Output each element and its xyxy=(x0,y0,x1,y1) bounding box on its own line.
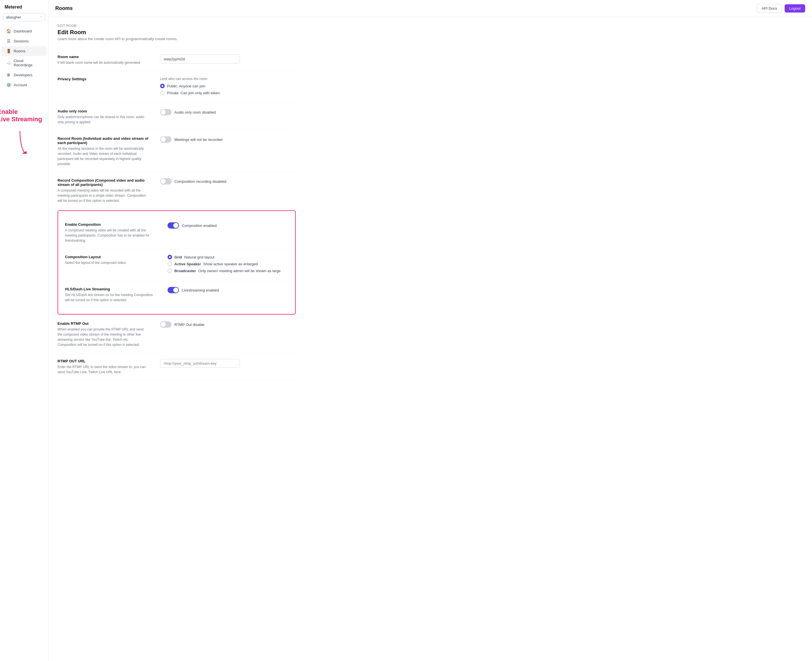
rooms-icon: 🚪 xyxy=(6,49,11,53)
sidebar-item-label: Cloud Recordings xyxy=(14,59,42,67)
record-composition-hint: A composed meeting video will be recorde… xyxy=(58,188,149,203)
edit-room-title: Edit Room xyxy=(58,29,296,35)
enable-composition-toggle-knob xyxy=(173,223,178,228)
cloud-recordings-icon: ☁️ xyxy=(6,61,11,65)
enable-composition-label-col: Enable Composition A composed meeting vi… xyxy=(65,222,156,243)
record-room-label: Record Room (Individual audio and video … xyxy=(58,136,149,145)
record-composition-toggle[interactable] xyxy=(160,178,171,184)
record-room-toggle[interactable] xyxy=(160,136,171,143)
brand-logo: Metered xyxy=(0,0,48,13)
room-name-control xyxy=(160,55,296,64)
callout-arrow xyxy=(14,131,31,155)
rtmp-out-toggle[interactable] xyxy=(160,321,171,328)
privacy-private-option[interactable]: Private: Can join only with token. xyxy=(160,91,296,95)
private-radio[interactable] xyxy=(160,91,165,95)
rtmp-out-control: RTMP Out disable xyxy=(160,321,296,328)
rtmp-url-input[interactable] xyxy=(160,359,240,368)
dashboard-icon: 🏠 xyxy=(6,29,11,33)
rtmp-out-toggle-row: RTMP Out disable xyxy=(160,321,296,328)
rtmp-url-hint: Enter the RTMP URL to send the video str… xyxy=(58,364,149,375)
audio-only-toggle-row: Audio only room disabled xyxy=(160,109,296,115)
live-streaming-callout: EnableLive Streaming xyxy=(0,108,42,123)
enable-composition-row: Enable Composition A composed meeting vi… xyxy=(65,217,288,249)
grid-option-desc: Natural grid layout xyxy=(184,255,215,259)
sidebar-item-developers[interactable]: 🖥 Developers xyxy=(2,70,46,80)
main-content: Rooms API Docs Logout EDIT ROOM Edit Roo… xyxy=(48,0,812,661)
layout-broadcaster-option[interactable]: Broadcaster Only owner/ meeting admin wi… xyxy=(168,268,288,273)
record-room-row: Record Room (Individual audio and video … xyxy=(58,131,296,172)
hls-dash-toggle-row: Livestreaming enabled xyxy=(168,287,288,293)
record-composition-toggle-knob xyxy=(161,179,166,184)
topbar-actions: API Docs Logout xyxy=(757,4,805,13)
logout-button[interactable]: Logout xyxy=(785,4,805,13)
layout-active-speaker-option[interactable]: Active Speaker Show active speaker as en… xyxy=(168,262,288,266)
sidebar-item-sessions[interactable]: ☰ Sessions xyxy=(2,36,46,46)
broadcaster-option-name: Broadcaster xyxy=(175,269,196,273)
record-composition-row: Record Composition (Composed video and a… xyxy=(58,172,296,209)
audio-only-hint: Only audio/microphone can be shared in t… xyxy=(58,115,149,125)
room-name-label-col: Room name If left blank room name will b… xyxy=(58,55,149,65)
privacy-label: Privacy Settings xyxy=(58,77,149,81)
sidebar-item-label: Dashboard xyxy=(14,29,32,33)
hls-dash-label-col: HLS/Dash Live Streaming Get HLS/Dash liv… xyxy=(65,287,156,303)
enable-composition-toggle[interactable] xyxy=(168,222,179,228)
page-description: Learn more about the create room API to … xyxy=(58,37,296,41)
rtmp-out-toggle-knob xyxy=(161,322,166,327)
sidebar-item-dashboard[interactable]: 🏠 Dashboard xyxy=(2,26,46,36)
rtmp-out-toggle-label: RTMP Out disable xyxy=(175,323,205,327)
hls-dash-label: HLS/Dash Live Streaming xyxy=(65,287,156,291)
record-room-control: Meetings will not be recorded xyxy=(160,136,296,143)
enable-composition-label: Enable Composition xyxy=(65,222,156,227)
layout-grid-option[interactable]: Grid Natural grid layout xyxy=(168,255,288,259)
record-room-toggle-label: Meetings will not be recorded xyxy=(175,137,223,142)
room-name-hint: If left blank room name will be automati… xyxy=(58,60,149,65)
sidebar-item-label: Rooms xyxy=(14,49,26,53)
record-room-toggle-knob xyxy=(161,137,166,142)
privacy-public-option[interactable]: Public: Anyone can join xyxy=(160,84,296,88)
record-composition-label: Record Composition (Composed video and a… xyxy=(58,178,149,187)
audio-only-label: Audio only room xyxy=(58,109,149,113)
audio-only-toggle-knob xyxy=(161,110,166,115)
record-room-label-col: Record Room (Individual audio and video … xyxy=(58,136,149,166)
sidebar-item-label: Developers xyxy=(14,73,32,77)
hls-dash-toggle[interactable] xyxy=(168,287,179,293)
audio-only-toggle-label: Audio only room disabled xyxy=(175,110,216,115)
composition-layout-hint: Select the layout of the composed video. xyxy=(65,260,156,265)
edit-room-content: EDIT ROOM Edit Room Learn more about the… xyxy=(48,17,305,388)
username-label: aliasgher xyxy=(6,15,21,19)
composition-layout-control: Grid Natural grid layout Active Speaker … xyxy=(168,255,288,275)
room-name-input[interactable] xyxy=(160,55,240,64)
sidebar-item-account[interactable]: ⚙️ Account xyxy=(2,80,46,90)
sidebar-item-label: Sessions xyxy=(14,39,29,43)
sessions-icon: ☰ xyxy=(6,39,11,43)
broadcaster-radio[interactable] xyxy=(168,268,172,273)
room-name-label: Room name xyxy=(58,55,149,59)
composition-layout-row: Composition Layout Select the layout of … xyxy=(65,249,288,281)
enable-composition-toggle-row: Composition enabled xyxy=(168,222,288,228)
account-icon: ⚙️ xyxy=(6,83,11,87)
hls-dash-hint: Get HLS/Dash live stream url for the mee… xyxy=(65,292,156,303)
record-room-hint: All the meeting sessions in the room wil… xyxy=(58,146,149,166)
audio-only-label-col: Audio only room Only audio/microphone ca… xyxy=(58,109,149,125)
rtmp-url-row: RTMP OUT URL Enter the RTMP URL to send … xyxy=(58,353,296,381)
active-speaker-option-name: Active Speaker xyxy=(175,262,201,266)
public-radio[interactable] xyxy=(160,84,165,88)
enable-composition-toggle-label: Composition enabled xyxy=(182,224,216,228)
audio-only-toggle[interactable] xyxy=(160,109,171,115)
api-docs-button[interactable]: API Docs xyxy=(757,4,782,13)
enable-composition-control: Composition enabled xyxy=(168,222,288,228)
active-speaker-radio[interactable] xyxy=(168,262,172,266)
composition-layout-label: Composition Layout xyxy=(65,255,156,259)
privacy-label-col: Privacy Settings xyxy=(58,77,149,82)
public-radio-label: Public: Anyone can join xyxy=(167,84,205,88)
active-speaker-option-desc: Show active speaker as enlarged xyxy=(203,262,258,266)
record-composition-control: Composition recording disabled. xyxy=(160,178,296,184)
sidebar-item-rooms[interactable]: 🚪 Rooms xyxy=(2,46,46,56)
user-selector[interactable]: aliasgher ⌃ xyxy=(3,13,45,21)
page-title: Rooms xyxy=(55,5,73,11)
privacy-limit-text: Limit who can access the room. xyxy=(160,77,296,81)
developers-icon: 🖥 xyxy=(6,73,11,77)
grid-radio[interactable] xyxy=(168,255,172,259)
sidebar-item-cloud-recordings[interactable]: ☁️ Cloud Recordings xyxy=(2,56,46,70)
rtmp-out-row: Enable RTMP Out When enabled you can pro… xyxy=(58,316,296,353)
